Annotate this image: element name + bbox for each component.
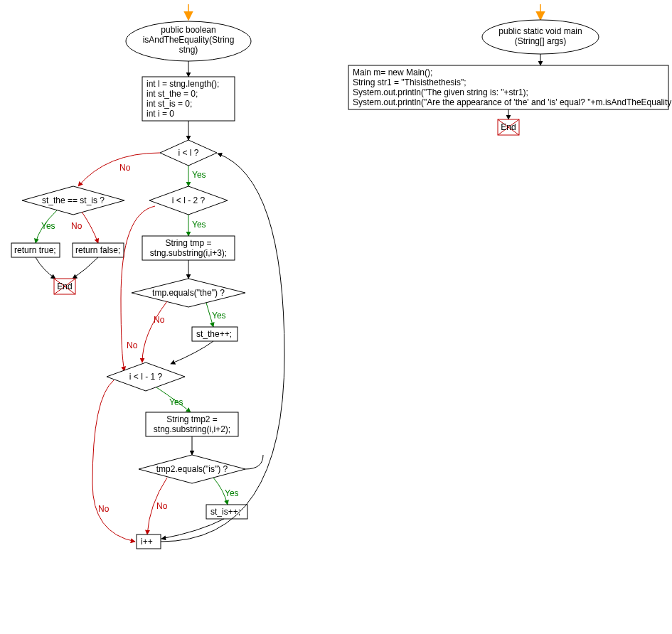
end-node-1: End — [54, 279, 75, 294]
init-l4: int i = 0 — [146, 109, 174, 119]
ret-false-text: return false; — [75, 245, 120, 255]
cond2-yes-label: Yes — [41, 221, 55, 231]
init-l2: int st_the = 0; — [146, 89, 198, 99]
cond6-text: tmp2.equals("is") ? — [156, 464, 228, 474]
cond4-yes-label: Yes — [212, 311, 226, 321]
cond3-text: i < l - 2 ? — [172, 195, 206, 205]
cond2-text: st_the == st_is ? — [42, 195, 105, 205]
sig2-l1: public static void main — [498, 26, 582, 36]
edge-cond2-no — [82, 212, 98, 243]
edge-cond5-no — [92, 380, 135, 542]
cond1-text: i < l ? — [178, 148, 198, 158]
edge-incis-inc-i — [161, 519, 224, 539]
edge-retfalse-end — [73, 257, 98, 279]
body2-l2: String str1 = "Thisisthethesis"; — [353, 77, 466, 87]
svg-text:End: End — [57, 281, 72, 291]
cond3-no-label: No — [127, 340, 138, 350]
edge-rettrue-end — [36, 257, 55, 279]
edge-cond6-side — [245, 455, 263, 469]
end-node-2: End — [498, 119, 519, 135]
cond1-no-label: No — [119, 163, 131, 173]
svg-text:End: End — [501, 122, 516, 132]
edge-cond4-no — [142, 301, 167, 362]
cond1-yes-label: Yes — [192, 170, 206, 180]
init-l1: int l = stng.length(); — [146, 79, 219, 89]
cond4-no-label: No — [154, 315, 165, 325]
body2-l1: Main m= new Main(); — [353, 68, 432, 77]
cond2-no-label: No — [71, 221, 82, 231]
sig1-line2: isAndTheEquality(String — [143, 35, 235, 45]
ret-true-text: return true; — [14, 245, 56, 255]
body2-l4: System.out.println("Are the appearance o… — [353, 97, 672, 107]
init-l3: int st_is = 0; — [146, 99, 192, 109]
cond4-text: tmp.equals("the") ? — [152, 288, 225, 298]
sig1-line3: stng) — [179, 45, 198, 55]
cond5-no-label: No — [98, 504, 110, 514]
edge-inci-loopback — [161, 154, 284, 542]
sig2-l2: (String[] args) — [515, 36, 567, 46]
cond5-yes-label: Yes — [169, 397, 183, 407]
inci-text: i++ — [141, 537, 153, 547]
tmp2-l2: stng.substring(i,i+2); — [154, 424, 230, 434]
body2-l3: System.out.println("The given string is:… — [353, 87, 528, 97]
tmp2-l1: String tmp2 = — [166, 414, 218, 424]
cond5-text: i < l - 1 ? — [129, 372, 163, 382]
tmp1-l1: String tmp = — [165, 238, 211, 248]
cond3-yes-label: Yes — [192, 220, 206, 230]
cond6-no-label: No — [156, 501, 168, 511]
incthe-text: st_the++; — [196, 329, 232, 339]
tmp1-l2: stng.substring(i,i+3); — [150, 248, 227, 258]
edge-incthe-cond5 — [171, 341, 213, 364]
sig1-line1: public boolean — [161, 25, 215, 35]
cond6-yes-label: Yes — [225, 488, 239, 498]
